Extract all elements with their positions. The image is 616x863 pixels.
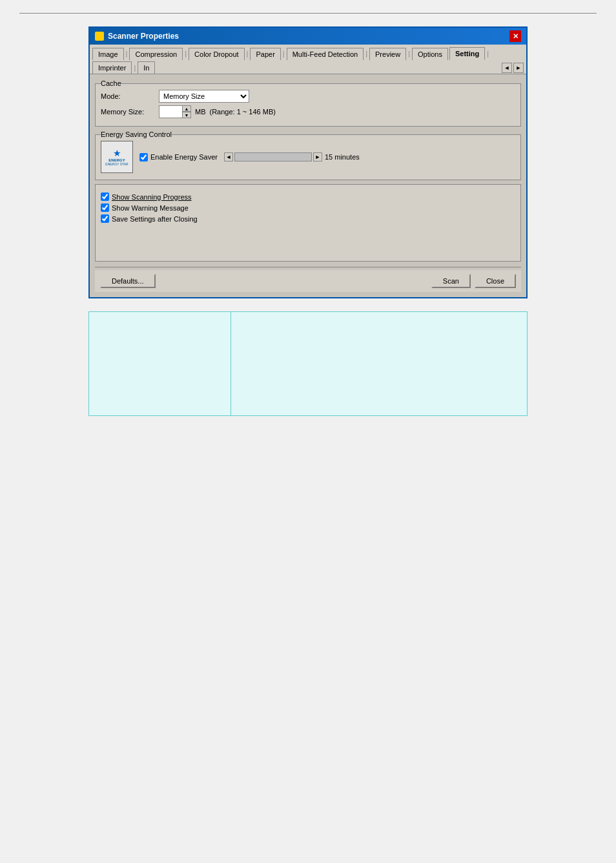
enable-energy-saver-text: Enable Energy Saver [150,153,218,161]
show-warning-message-row: Show Warning Message [101,203,515,212]
tab-preview[interactable]: Preview [369,48,406,60]
energy-saving-group: Energy Saving Control ★ ENERGY ENERGY ST… [95,130,521,180]
mode-label: Mode: [101,92,159,100]
tab-imprinter[interactable]: Imprinter [92,61,132,74]
tab-image[interactable]: Image [92,48,124,60]
slider-track: ◄ ► [224,152,322,161]
memory-size-label: Memory Size: [101,108,159,116]
slider-left-button[interactable]: ◄ [224,152,233,161]
save-settings-label: Save Settings after Closing [112,215,198,223]
btn-group-right: Scan Close [431,274,516,288]
save-settings-row: Save Settings after Closing [101,214,515,223]
table-right-cell [231,312,527,415]
defaults-button[interactable]: Defaults... [100,274,156,288]
energy-star-logo: ★ ENERGY ENERGY STAR [101,141,133,173]
energy-slider-container: ◄ ► 15 minutes [224,152,515,161]
tabs-row: Image | Compression | Color Dropout | Pa… [90,45,526,74]
tabs-next-button[interactable]: ► [513,63,524,73]
slider-bar[interactable] [234,152,312,161]
main-content-box: Show Scanning Progress Show Warning Mess… [95,184,521,262]
scanner-properties-window: Scanner Properties ✕ Image | Compression… [88,26,528,298]
star-icon: ★ [113,148,121,158]
tab-multifeed[interactable]: Multi-Feed Detection [287,48,364,60]
mode-control: Memory Size [159,90,249,103]
spinbox-buttons: ▲ ▼ [182,105,191,118]
tab-setting[interactable]: Setting [449,47,485,60]
memory-size-row: Memory Size: 57 ▲ ▼ MB (Range: 1 ~ 146 M… [101,105,515,118]
energy-star-sublabel: ENERGY STAR [105,162,128,166]
show-warning-message-label: Show Warning Message [112,204,189,212]
spinbox-up-button[interactable]: ▲ [182,105,191,112]
window-title: Scanner Properties [108,32,179,41]
tab-in[interactable]: In [138,61,155,74]
close-button[interactable]: Close [475,274,516,288]
tab-compression[interactable]: Compression [129,48,183,60]
tabs-prev-button[interactable]: ◄ [502,63,512,73]
enable-energy-saver-checkbox[interactable] [139,153,148,161]
mode-select[interactable]: Memory Size [159,90,249,103]
slider-right-button[interactable]: ► [313,152,322,161]
bottom-divider [95,267,521,267]
spinbox-down-button[interactable]: ▼ [182,112,191,118]
show-warning-message-checkbox[interactable] [101,203,109,212]
titlebar-title: Scanner Properties [95,32,179,41]
memory-size-input[interactable]: 57 [159,107,182,116]
scanner-body: Cache Mode: Memory Size Memory Size: 57 [90,74,526,297]
energy-saving-label: Energy Saving Control [101,130,172,138]
memory-size-range: (Range: 1 ~ 146 MB) [210,108,276,116]
tab-options[interactable]: Options [412,48,448,60]
energy-row: ★ ENERGY ENERGY STAR Enable Energy Saver… [101,141,515,173]
checkboxes-section: Show Scanning Progress Show Warning Mess… [101,190,515,228]
tab-color-dropout[interactable]: Color Dropout [189,48,244,60]
show-scanning-progress-checkbox[interactable] [101,192,109,201]
energy-duration-label: 15 minutes [325,153,360,161]
close-window-button[interactable]: ✕ [509,30,521,42]
scanner-icon [95,32,104,41]
tabs-navigation: ◄ ► [502,63,524,73]
save-settings-checkbox[interactable] [101,214,109,223]
show-scanning-progress-label: Show Scanning Progress [112,193,192,201]
cache-group-label: Cache [101,79,121,87]
scan-button[interactable]: Scan [431,274,471,288]
cache-group: Cache Mode: Memory Size Memory Size: 57 [95,79,521,127]
button-row: Defaults... Scan Close [95,270,521,292]
mode-row: Mode: Memory Size [101,90,515,103]
memory-size-unit: MB [195,108,206,116]
memory-size-spinbox: 57 ▲ ▼ [159,105,191,118]
show-scanning-progress-row: Show Scanning Progress [101,192,515,201]
enable-energy-saver-label[interactable]: Enable Energy Saver [139,153,218,161]
memory-size-control: 57 ▲ ▼ MB (Range: 1 ~ 146 MB) [159,105,276,118]
tab-paper[interactable]: Paper [250,48,280,60]
table-left-cell [89,312,231,415]
titlebar: Scanner Properties ✕ [90,28,526,45]
bottom-table [88,311,528,416]
